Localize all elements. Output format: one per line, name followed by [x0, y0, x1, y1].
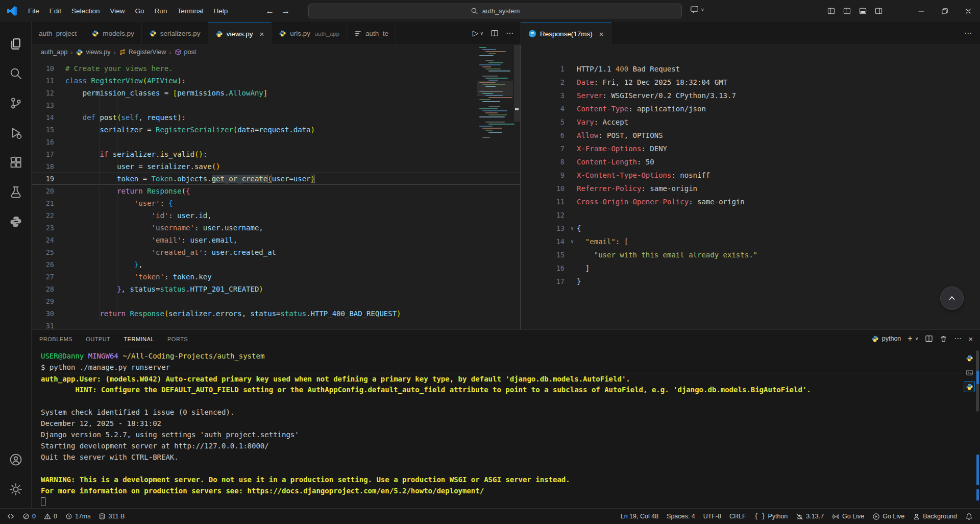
menu-run[interactable]: Run	[150, 0, 173, 22]
line-number[interactable]: 18	[32, 160, 54, 173]
run-http-request-button[interactable]: ▷ ∨	[473, 29, 483, 38]
restore-button[interactable]	[933, 0, 957, 22]
more-actions-button[interactable]: ⋯	[506, 29, 513, 38]
line-number[interactable]: 23	[32, 222, 54, 234]
code-line-22[interactable]: 22 'id': user.id,	[32, 209, 520, 222]
panel-tab-terminal[interactable]: TERMINAL	[123, 331, 155, 346]
menu-selection[interactable]: Selection	[66, 0, 105, 22]
forward-arrow-icon[interactable]: →	[281, 6, 290, 16]
line-number[interactable]: 11	[32, 75, 54, 87]
line-number[interactable]: 26	[32, 258, 54, 271]
menu-view[interactable]: View	[105, 0, 130, 22]
code-line-15[interactable]: 15 serializer = RegisterSerializer(data=…	[32, 124, 520, 136]
line-number[interactable]: 19	[32, 173, 54, 185]
panel-tab-output[interactable]: OUTPUT	[85, 331, 111, 346]
line-number[interactable]: 10	[32, 62, 54, 75]
tab-models-py[interactable]: models.py	[84, 22, 142, 44]
more-actions-button[interactable]: ⋯	[954, 334, 962, 343]
menu-file[interactable]: File	[23, 0, 44, 22]
code-line-11[interactable]: 11class RegisterView(APIView):	[32, 75, 520, 87]
panel-tab-problems[interactable]: PROBLEMS	[39, 331, 73, 346]
response-line-10[interactable]: 10Referrer-Policy: same-origin	[521, 182, 980, 195]
response-line-8[interactable]: 8Content-Length: 50	[521, 155, 980, 169]
code-line-26[interactable]: 26 },	[32, 258, 520, 271]
activity-extensions[interactable]	[4, 148, 28, 177]
code-line-30[interactable]: 30 return Response(serializer.errors, st…	[32, 307, 520, 320]
line-number[interactable]: 22	[32, 209, 54, 222]
terminal-item-python[interactable]	[964, 352, 975, 364]
response-line-3[interactable]: 3Server: WSGIServer/0.2 CPython/3.13.7	[521, 89, 980, 102]
line-number[interactable]: 25	[32, 246, 54, 258]
menu-help[interactable]: Help	[208, 0, 233, 22]
tab-auth_project[interactable]: auth_project	[32, 22, 84, 44]
response-line-9[interactable]: 9X-Content-Type-Options: nosniff	[521, 169, 980, 182]
line-number[interactable]: 12	[32, 87, 54, 99]
toggle-sidebar-icon[interactable]	[843, 7, 851, 15]
new-terminal-button[interactable]: +	[908, 334, 912, 343]
code-line-24[interactable]: 24 'email': user.email,	[32, 234, 520, 246]
status-spaces-4[interactable]: Spaces: 4	[663, 509, 699, 524]
status-17ms[interactable]: 17ms	[61, 509, 95, 524]
tab-serializers-py[interactable]: serializers.py	[142, 22, 208, 44]
code-line-18[interactable]: 18 user = serializer.save()	[32, 160, 520, 173]
activity-explorer[interactable]	[4, 29, 28, 59]
line-number[interactable]: 29	[32, 295, 54, 307]
terminal-output[interactable]: USER@Danny MINGW64 ~/All-Coding-Projects…	[32, 347, 980, 508]
response-line-11[interactable]: 11Cross-Origin-Opener-Policy: same-origi…	[521, 195, 980, 208]
response-pane[interactable]: 1HTTP/1.1 400 Bad Request2Date: Fri, 12 …	[521, 45, 980, 329]
command-center-search[interactable]: auth_system	[308, 4, 682, 18]
terminal-shell-label[interactable]: python	[871, 335, 901, 343]
line-number[interactable]: 16	[32, 136, 54, 148]
status-0[interactable]: 0	[40, 509, 61, 524]
line-number[interactable]: 13	[32, 99, 54, 111]
response-line-14[interactable]: 14∨ "email": [	[521, 235, 980, 248]
response-line-17[interactable]: 17}	[521, 275, 980, 288]
menu-edit[interactable]: Edit	[44, 0, 66, 22]
status-ln-19-col-48[interactable]: Ln 19, Col 48	[617, 509, 663, 524]
status-python[interactable]: { }Python	[750, 509, 792, 524]
status-go-live[interactable]: Go Live	[868, 509, 909, 524]
toggle-panel-icon[interactable]	[859, 7, 867, 15]
code-line-20[interactable]: 20 return Response({	[32, 185, 520, 197]
minimap-slider[interactable]	[477, 81, 513, 96]
response-line-2[interactable]: 2Date: Fri, 12 Dec 2025 18:32:04 GMT	[521, 76, 980, 89]
breadcrumb-item-registerview[interactable]: RegisterView	[119, 49, 166, 56]
response-line-7[interactable]: 7X-Frame-Options: DENY	[521, 142, 980, 155]
line-number[interactable]: 28	[32, 283, 54, 295]
close-panel-button[interactable]: ×	[968, 335, 973, 343]
more-actions-button[interactable]: ⋯	[956, 22, 980, 44]
terminal-scrollbar[interactable]	[975, 347, 980, 509]
response-line-12[interactable]: 12	[521, 208, 980, 222]
breadcrumb-item-post[interactable]: post	[175, 49, 197, 56]
status-crlf[interactable]: CRLF	[725, 509, 750, 524]
code-line-17[interactable]: 17 if serializer.is_valid():	[32, 148, 520, 160]
copilot-chat-button[interactable]: ∨	[690, 5, 704, 14]
split-terminal-button[interactable]	[925, 335, 933, 343]
fold-chevron-icon[interactable]: ∨	[568, 222, 577, 235]
tab-response[interactable]: Response(17ms) ×	[521, 22, 611, 45]
fold-chevron-icon[interactable]: ∨	[568, 235, 577, 248]
terminal-item-shell[interactable]	[964, 367, 975, 378]
code-line-13[interactable]: 13	[32, 99, 520, 111]
response-line-5[interactable]: 5Vary: Accept	[521, 115, 980, 129]
line-number[interactable]: 27	[32, 271, 54, 283]
code-line-10[interactable]: 10# Create your views here.	[32, 62, 520, 75]
breadcrumb-item-auth_app[interactable]: auth_app	[41, 49, 67, 56]
response-line-15[interactable]: 15 "user with this email already exists.…	[521, 248, 980, 261]
close-icon[interactable]: ×	[259, 30, 264, 38]
scroll-to-top-button[interactable]	[940, 287, 964, 310]
status-background[interactable]: Background	[909, 509, 961, 524]
response-line-4[interactable]: 4Content-Type: application/json	[521, 102, 980, 115]
activity-python[interactable]	[4, 207, 28, 236]
activity-source-control[interactable]	[4, 88, 28, 118]
code-line-16[interactable]: 16	[32, 136, 520, 148]
status-remote[interactable]	[3, 509, 18, 524]
tab-views-py[interactable]: views.py×	[208, 22, 272, 45]
code-line-28[interactable]: 28 }, status=status.HTTP_201_CREATED)	[32, 283, 520, 295]
menu-go[interactable]: Go	[130, 0, 150, 22]
status-0[interactable]: 0	[18, 509, 40, 524]
code-line-23[interactable]: 23 'username': user.username,	[32, 222, 520, 234]
status-utf-8[interactable]: UTF-8	[699, 509, 725, 524]
code-line-14[interactable]: 14 def post(self, request):	[32, 111, 520, 124]
toggle-secondary-sidebar-icon[interactable]	[874, 7, 883, 15]
